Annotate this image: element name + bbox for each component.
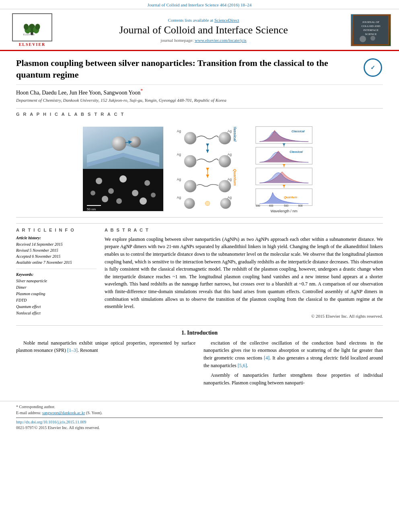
svg-text:INTERFACE: INTERFACE (363, 29, 378, 32)
body-col-right: excitation of the collective oscillation… (204, 339, 383, 389)
svg-text:500: 500 (284, 204, 288, 207)
affiliation-line: Department of Chemistry, Dankook Univers… (16, 98, 383, 103)
svg-point-24 (132, 190, 138, 196)
svg-text:Ag: Ag (177, 177, 181, 181)
svg-point-33 (184, 132, 197, 144)
article-info-column: A R T I C L E I N F O Article history: R… (16, 228, 97, 320)
svg-point-38 (219, 155, 231, 167)
author-names: Hoon Cha, Daedu Lee, Jun Hee Yoon, Sangw… (16, 90, 140, 96)
intro-para-right-2: Assembly of nanoparticles further streng… (204, 372, 383, 386)
svg-text:Quantum: Quantum (284, 195, 297, 199)
corresponding-marker: * (140, 88, 143, 93)
introduction-title: 1. Introduction (16, 330, 383, 336)
homepage-url[interactable]: www.elsevier.com/locate/jcis (195, 38, 247, 43)
elsevier-tree-icon: ELSEVIER (20, 18, 44, 37)
article-info-title: A R T I C L E I N F O (16, 228, 97, 232)
doi-link[interactable]: http://dx.doi.org/10.1016/j.jcis.2015.11… (16, 420, 383, 424)
ga-substrate-image (83, 127, 163, 169)
svg-point-45 (184, 180, 197, 193)
svg-text:Classical: Classical (290, 150, 303, 154)
journal-ref-text: Journal of Colloid and Interface Science… (147, 2, 251, 7)
svg-point-26 (102, 196, 108, 202)
svg-text:Ag: Ag (228, 129, 232, 133)
svg-marker-52 (206, 175, 209, 178)
svg-point-13 (360, 36, 366, 42)
article-title: Plasmon coupling between silver nanopart… (16, 58, 357, 80)
keyword-3: Plasmon coupling (16, 291, 97, 297)
svg-text:Quantum: Quantum (233, 169, 237, 186)
svg-point-18 (130, 136, 141, 148)
ga-nanoparticles-svg (83, 127, 163, 169)
keyword-4: FDTD (16, 297, 97, 304)
svg-point-29 (151, 193, 156, 197)
body-col-left: Noble metal nanoparticles exhibit unique… (16, 339, 195, 389)
svg-point-5 (35, 24, 40, 30)
svg-point-27 (116, 198, 122, 204)
ga-middle-panel: Ag Ag Ag Ag Classical Ag Ag (167, 125, 248, 213)
keywords-group: Keywords: Silver nanoparticle Dimer Plas… (16, 272, 97, 316)
svg-text:COLLOID AND: COLLOID AND (361, 25, 380, 28)
revised-date: Revised 5 November 2015 (16, 247, 97, 253)
svg-marker-44 (206, 150, 209, 153)
journal-title: Journal of Colloid and Interface Science (64, 24, 343, 36)
svg-text:SCIENCE: SCIENCE (365, 33, 376, 36)
svg-point-30 (90, 191, 95, 195)
sem-svg: 50 nm (83, 169, 163, 211)
journal-reference-bar: Journal of Colloid and Interface Science… (0, 0, 399, 9)
svg-text:300: 300 (256, 204, 260, 207)
graphical-abstract-section: 50 nm Ag Ag (16, 121, 383, 218)
elsevier-logo-section: ELSEVIER ELSEVIER (8, 13, 56, 47)
svg-point-46 (219, 180, 231, 193)
journal-header: ELSEVIER ELSEVIER Contents lists availab… (0, 9, 399, 51)
keyword-5: Quantum effect (16, 304, 97, 310)
svg-rect-20 (83, 169, 163, 211)
svg-point-14 (370, 36, 375, 41)
abstract-column: A B S T R A C T We explore plasmon coupl… (105, 228, 383, 320)
svg-text:Classical: Classical (233, 127, 237, 142)
wavelength-axis-label: Wavelength / nm (252, 209, 316, 213)
ga-sem-image: 50 nm (83, 169, 163, 211)
svg-text:400: 400 (269, 204, 274, 207)
abstract-title: A B S T R A C T (105, 228, 383, 232)
svg-text:Classical: Classical (292, 129, 305, 133)
copyright-line: © 2015 Elsevier Inc. All rights reserved… (105, 314, 383, 318)
sciencedirect-link[interactable]: Contents lists available at ScienceDirec… (64, 18, 343, 23)
main-content: Plasmon coupling between silver nanopart… (0, 51, 399, 395)
svg-point-54 (220, 198, 231, 209)
svg-point-25 (144, 180, 150, 186)
svg-point-34 (219, 132, 231, 144)
available-date: Available online 7 November 2015 (16, 259, 97, 265)
article-title-section: Plasmon coupling between silver nanopart… (16, 58, 383, 85)
accepted-date: Accepted 6 November 2015 (16, 253, 97, 259)
intro-para-left: Noble metal nanoparticles exhibit unique… (16, 339, 195, 354)
body-two-col: Noble metal nanoparticles exhibit unique… (16, 339, 383, 389)
email-link[interactable]: sangwoon@dankook.ac.kr (42, 411, 85, 415)
svg-text:Ag: Ag (177, 195, 181, 199)
intro-para-right-1: excitation of the collective oscillation… (204, 339, 383, 369)
svg-text:Ag: Ag (228, 152, 232, 156)
body-section: 1. Introduction Noble metal nanoparticle… (16, 325, 383, 389)
article-history-label: Article history: (16, 236, 97, 240)
crossmark-badge[interactable]: ✓ (363, 58, 383, 78)
sciencedirect-text[interactable]: ScienceDirect (214, 18, 239, 23)
svg-point-21 (96, 178, 102, 184)
svg-point-53 (184, 198, 195, 209)
corresponding-author-note: * Corresponding author. (16, 404, 383, 410)
crossmark-icon: ✓ (364, 58, 382, 77)
svg-text:Ag: Ag (177, 129, 181, 133)
received-date: Received 14 September 2015 (16, 241, 97, 247)
svg-text:Ag: Ag (177, 152, 181, 156)
ga-dimers-svg: Ag Ag Ag Ag Classical Ag Ag (167, 127, 248, 211)
svg-rect-31 (87, 205, 101, 206)
keyword-6: Nonlocal effect (16, 310, 97, 316)
authors-line: Hoon Cha, Daedu Lee, Jun Hee Yoon, Sangw… (16, 88, 383, 96)
svg-point-28 (140, 197, 147, 205)
ga-right-panel: Classical Classical (252, 125, 316, 213)
abstract-text: We explore plasmon coupling between silv… (105, 236, 383, 310)
svg-point-22 (108, 188, 114, 194)
keyword-1: Silver nanoparticle (16, 278, 97, 284)
article-history-group: Article history: Received 14 September 2… (16, 236, 97, 269)
svg-text:ELSEVIER: ELSEVIER (23, 33, 35, 35)
svg-text:JOURNAL OF: JOURNAL OF (362, 21, 379, 24)
svg-point-23 (119, 175, 127, 183)
